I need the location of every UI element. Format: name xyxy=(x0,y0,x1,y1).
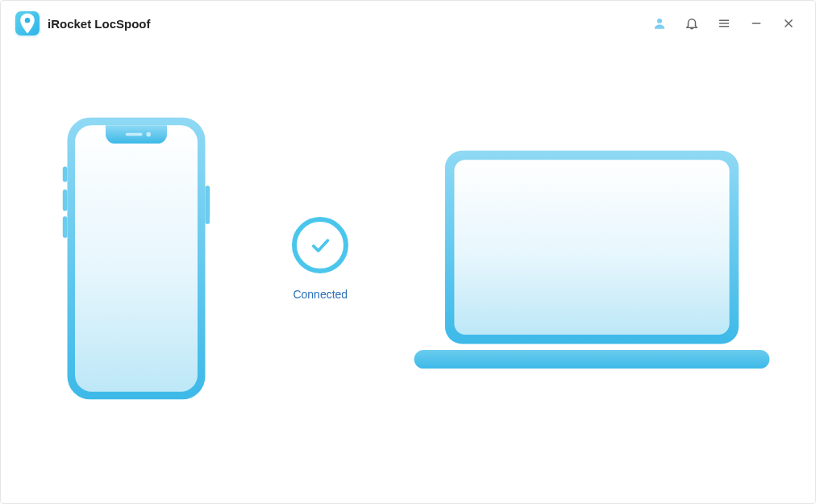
bell-icon xyxy=(685,16,699,31)
svg-rect-8 xyxy=(63,167,68,182)
check-icon xyxy=(309,234,331,256)
laptop-illustration xyxy=(401,143,783,375)
user-icon xyxy=(652,16,667,31)
svg-rect-17 xyxy=(454,160,729,335)
status-label: Connected xyxy=(293,288,348,301)
phone-illustration xyxy=(33,113,240,404)
account-button[interactable] xyxy=(647,11,672,35)
svg-point-0 xyxy=(25,18,31,23)
svg-rect-18 xyxy=(414,350,769,369)
svg-rect-10 xyxy=(63,216,68,238)
svg-rect-11 xyxy=(206,185,210,224)
content-area: Connected xyxy=(1,46,815,503)
svg-point-15 xyxy=(147,132,152,137)
app-logo xyxy=(15,11,40,35)
phone-device-icon xyxy=(60,113,213,404)
menu-button[interactable] xyxy=(712,11,736,35)
hamburger-icon xyxy=(717,16,731,31)
notifications-button[interactable] xyxy=(680,11,704,35)
connection-status: Connected xyxy=(273,217,368,301)
svg-rect-13 xyxy=(75,125,198,392)
app-window: iRocket LocSpoof xyxy=(0,0,816,504)
svg-rect-14 xyxy=(126,133,143,136)
status-indicator xyxy=(292,217,348,273)
location-pin-icon xyxy=(15,11,40,35)
app-title: iRocket LocSpoof xyxy=(48,17,151,31)
close-button[interactable] xyxy=(776,11,801,35)
svg-point-1 xyxy=(657,19,662,23)
close-icon xyxy=(781,16,796,31)
minimize-icon xyxy=(749,16,764,31)
minimize-button[interactable] xyxy=(744,11,768,35)
laptop-device-icon xyxy=(406,143,777,375)
svg-rect-9 xyxy=(63,190,68,211)
titlebar: iRocket LocSpoof xyxy=(1,1,815,46)
